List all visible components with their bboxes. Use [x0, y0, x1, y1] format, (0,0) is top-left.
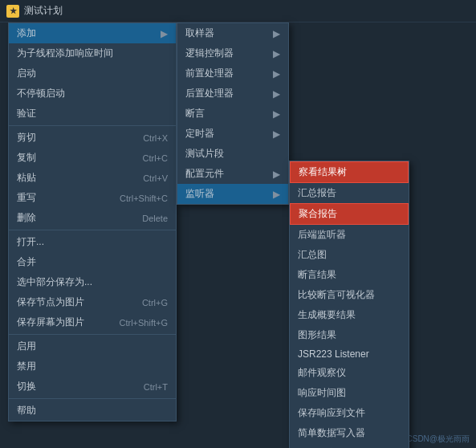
- menu2-logic-label: 逻辑控制器: [185, 47, 234, 60]
- menu3-save-response[interactable]: 保存响应到文件: [290, 403, 409, 423]
- menu-item-cut-shortcut: Ctrl+X: [143, 133, 168, 143]
- menu2-assert-label: 断言: [185, 107, 205, 120]
- menu-item-paste-label: 粘贴: [17, 171, 36, 185]
- menu-item-nostart[interactable]: 不停顿启动: [9, 83, 176, 104]
- menu-item-add-arrow: ▶: [161, 28, 168, 39]
- menu2-timer[interactable]: 定时器 ▶: [177, 124, 288, 144]
- top-bar-title: 测试计划: [24, 4, 63, 18]
- menu2-config[interactable]: 配置元件 ▶: [177, 164, 288, 184]
- menu3-summary-report[interactable]: 汇总报告: [290, 183, 409, 203]
- menu-item-save-node[interactable]: 保存节点为图片 Ctrl+G: [9, 292, 176, 312]
- menu3-generate[interactable]: 生成概要结果: [290, 305, 409, 325]
- menu-item-cut-label: 剪切: [17, 131, 36, 145]
- plan-icon: ★: [6, 5, 19, 18]
- menu3-graph-label: 图形结果: [298, 328, 336, 342]
- menu2-sampler[interactable]: 取样器 ▶: [177, 23, 288, 43]
- menu3-jsr223[interactable]: JSR223 Listener: [290, 345, 409, 363]
- menu2-pre[interactable]: 前置处理器 ▶: [177, 63, 288, 83]
- menu2-assert[interactable]: 断言 ▶: [177, 104, 288, 124]
- menu3-simple-writer-label: 简单数据写入器: [298, 426, 365, 440]
- menu-item-copy[interactable]: 复制 Ctrl+C: [9, 148, 176, 168]
- menu-item-enable-label: 启用: [17, 340, 36, 353]
- menu2-assert-arrow: ▶: [273, 108, 280, 120]
- menu-level3: 察看结果树 汇总报告 聚合报告 后端监听器 汇总图 断言结果 比较断言可视化器 …: [289, 161, 409, 448]
- divider4: [9, 398, 176, 399]
- menu2-post[interactable]: 后置处理器 ▶: [177, 83, 288, 104]
- menu-item-delete-label: 删除: [17, 211, 36, 225]
- menu2-listener-arrow: ▶: [273, 189, 280, 200]
- menu2-timer-arrow: ▶: [273, 128, 280, 140]
- menu-item-save-screen-shortcut: Ctrl+Shift+G: [119, 318, 168, 328]
- menu3-assert-result-label: 断言结果: [298, 268, 336, 282]
- menu-item-rewrite[interactable]: 重写 Ctrl+Shift+C: [9, 188, 176, 208]
- menu-level2: 取样器 ▶ 逻辑控制器 ▶ 前置处理器 ▶ 后置处理器 ▶ 断言 ▶ 定时器 ▶…: [177, 22, 289, 205]
- menu-item-merge[interactable]: 合并: [9, 252, 176, 272]
- menu2-test-frag-label: 测试片段: [185, 147, 224, 161]
- menu3-graph[interactable]: 图形结果: [290, 325, 409, 345]
- menu-item-rewrite-shortcut: Ctrl+Shift+C: [120, 193, 168, 203]
- menu2-sampler-label: 取样器: [185, 26, 214, 40]
- menu-item-help-label: 帮助: [17, 404, 36, 417]
- menu2-post-arrow: ▶: [273, 88, 280, 100]
- menu3-table-view[interactable]: 用表格察看结果: [290, 443, 409, 448]
- menu3-summary-chart[interactable]: 汇总图: [290, 245, 409, 265]
- menu3-response-time[interactable]: 响应时间图: [290, 383, 409, 403]
- menu-item-delete[interactable]: 删除 Delete: [9, 208, 176, 228]
- menu-item-open-label: 打开...: [17, 235, 44, 249]
- menu2-logic-arrow: ▶: [273, 48, 280, 59]
- menu2-config-arrow: ▶: [273, 169, 280, 180]
- menu2-sampler-arrow: ▶: [273, 28, 280, 39]
- menu3-compare[interactable]: 比较断言可视化器: [290, 285, 409, 305]
- menu3-aggregate-report[interactable]: 聚合报告: [290, 203, 409, 225]
- menu-item-help[interactable]: 帮助: [9, 401, 176, 421]
- menu3-mail[interactable]: 邮件观察仪: [290, 363, 409, 383]
- menu-item-toggle-shortcut: Ctrl+T: [144, 382, 168, 392]
- menu3-jsr223-label: JSR223 Listener: [298, 348, 369, 360]
- menu-item-start[interactable]: 启动: [9, 63, 176, 83]
- menu2-test-frag[interactable]: 测试片段: [177, 144, 288, 164]
- menu2-listener[interactable]: 监听器 ▶: [177, 184, 288, 204]
- menu-item-delete-shortcut: Delete: [142, 214, 168, 223]
- menu3-response-time-label: 响应时间图: [298, 386, 346, 400]
- menu2-logic[interactable]: 逻辑控制器 ▶: [177, 43, 288, 63]
- menu-item-enable[interactable]: 启用: [9, 336, 176, 356]
- top-bar: ★ 测试计划: [0, 0, 476, 22]
- menu-item-save-partial[interactable]: 选中部分保存为...: [9, 272, 176, 292]
- menu2-pre-arrow: ▶: [273, 68, 280, 79]
- menu3-compare-label: 比较断言可视化器: [298, 288, 375, 302]
- menu-item-save-partial-label: 选中部分保存为...: [17, 275, 92, 289]
- menu-item-save-node-shortcut: Ctrl+G: [142, 298, 168, 307]
- menu3-mail-label: 邮件观察仪: [298, 366, 346, 380]
- menu-item-subthread-label: 为子线程添加响应时间: [17, 47, 113, 60]
- menu3-result-tree[interactable]: 察看结果树: [290, 161, 409, 183]
- menu-item-disable[interactable]: 禁用: [9, 356, 176, 377]
- menu-level1: 添加 ▶ 为子线程添加响应时间 启动 不停顿启动 验证 剪切 Ctrl+X 复制…: [8, 22, 177, 422]
- menu-item-save-node-label: 保存节点为图片: [17, 295, 84, 309]
- menu2-post-label: 后置处理器: [185, 87, 234, 100]
- menu-item-verify-label: 验证: [17, 107, 36, 120]
- divider3: [9, 334, 176, 335]
- menu2-pre-label: 前置处理器: [185, 67, 234, 80]
- menu-item-toggle[interactable]: 切换 Ctrl+T: [9, 377, 176, 397]
- menu3-backend[interactable]: 后端监听器: [290, 225, 409, 245]
- watermark: CSDN@极光雨雨: [407, 434, 470, 445]
- menu-item-start-label: 启动: [17, 67, 36, 80]
- menu3-aggregate-report-label: 聚合报告: [299, 207, 337, 221]
- menu-item-verify[interactable]: 验证: [9, 104, 176, 124]
- menu-item-cut[interactable]: 剪切 Ctrl+X: [9, 128, 176, 148]
- menu3-simple-writer[interactable]: 简单数据写入器: [290, 423, 409, 443]
- menu-item-add[interactable]: 添加 ▶: [9, 23, 176, 43]
- menu-item-save-screen[interactable]: 保存屏幕为图片 Ctrl+Shift+G: [9, 312, 176, 332]
- menu3-assert-result[interactable]: 断言结果: [290, 265, 409, 285]
- menu-item-subthread[interactable]: 为子线程添加响应时间: [9, 43, 176, 63]
- menu-item-disable-label: 禁用: [17, 360, 36, 373]
- menu-item-paste-shortcut: Ctrl+V: [143, 173, 168, 183]
- divider1: [9, 125, 176, 126]
- menu3-result-tree-label: 察看结果树: [299, 165, 347, 179]
- menu-item-paste[interactable]: 粘贴 Ctrl+V: [9, 168, 176, 188]
- menu3-backend-label: 后端监听器: [298, 228, 346, 242]
- menu-item-open[interactable]: 打开...: [9, 232, 176, 252]
- menu-item-rewrite-label: 重写: [17, 191, 36, 205]
- menu2-config-label: 配置元件: [185, 167, 224, 181]
- menu-item-copy-shortcut: Ctrl+C: [143, 153, 168, 163]
